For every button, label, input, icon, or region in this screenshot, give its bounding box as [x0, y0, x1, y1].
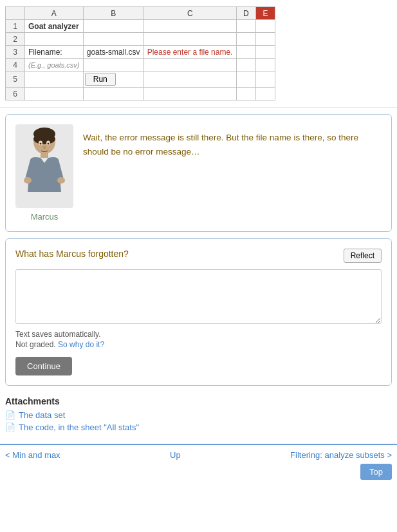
character-image	[15, 124, 73, 208]
cell-b1	[83, 20, 143, 33]
col-header-a: A	[25, 7, 84, 20]
bottom-nav: < Min and max Up Filtering: analyze subs…	[0, 444, 397, 460]
col-header-row	[6, 7, 25, 20]
cell-e2	[255, 33, 275, 46]
cell-a6	[25, 88, 84, 100]
speech-bubble: Wait, the error message is still there. …	[83, 124, 382, 158]
cell-a3: Filename:	[25, 46, 84, 59]
run-button[interactable]: Run	[85, 73, 116, 86]
table-row: 5 Run	[6, 71, 275, 88]
character-name: Marcus	[31, 212, 59, 222]
svg-point-3	[33, 134, 55, 144]
character-figure: Marcus	[15, 124, 73, 222]
table-row: 6	[6, 88, 275, 100]
question-section: What has Marcus forgotten? Reflect Text …	[5, 238, 392, 386]
cell-d2	[236, 33, 255, 46]
nav-up[interactable]: Up	[170, 450, 181, 460]
col-header-b: B	[83, 7, 143, 20]
cell-d3	[236, 46, 255, 59]
why-do-it-link[interactable]: So why do it?	[58, 340, 104, 349]
svg-rect-1	[41, 153, 48, 158]
row-num: 2	[6, 33, 25, 46]
cell-c6	[143, 88, 236, 100]
cell-e6	[255, 88, 275, 100]
cell-c5	[143, 71, 236, 88]
row-num: 4	[6, 59, 25, 71]
next-link[interactable]: Filtering: analyze subsets >	[290, 450, 392, 460]
row-num: 6	[6, 88, 25, 100]
character-section: Marcus Wait, the error message is still …	[5, 114, 392, 232]
continue-button[interactable]: Continue	[15, 357, 72, 375]
autosave-note: Text saves automatically.	[15, 330, 382, 339]
table-row: 3 Filename: goats-small.csv Please enter…	[6, 46, 275, 59]
spreadsheet-section: A B C D E 1 Goat analyzer 2	[0, 0, 397, 108]
col-header-d: D	[236, 7, 255, 20]
up-link[interactable]: Up	[170, 450, 181, 460]
svg-point-8	[40, 143, 42, 145]
cell-e4	[255, 59, 275, 71]
nav-next[interactable]: Filtering: analyze subsets >	[290, 450, 392, 460]
cell-c3: Please enter a file name.	[143, 46, 236, 59]
cell-d6	[236, 88, 255, 100]
prev-link[interactable]: < Min and max	[5, 450, 60, 460]
nav-prev[interactable]: < Min and max	[5, 450, 60, 460]
cell-d5	[236, 71, 255, 88]
col-header-e: E	[255, 7, 275, 20]
list-item: 📄 The data set	[5, 410, 392, 420]
attachments-title: Attachments	[5, 396, 392, 406]
question-text: What has Marcus forgotten?	[15, 249, 129, 259]
svg-point-4	[24, 177, 32, 184]
top-btn-container: Top	[0, 464, 397, 480]
table-row: 2	[6, 33, 275, 46]
cell-e5	[255, 71, 275, 88]
character-svg	[19, 128, 70, 205]
not-graded-text: Not graded.	[15, 340, 56, 349]
cell-d1	[236, 20, 255, 33]
doc-icon: 📄	[5, 423, 15, 432]
list-item: 📄 The code, in the sheet "All stats"	[5, 423, 392, 432]
table-row: 1 Goat analyzer	[6, 20, 275, 33]
cell-b6	[83, 88, 143, 100]
cell-b5[interactable]: Run	[83, 71, 143, 88]
cell-a2	[25, 33, 84, 46]
top-button[interactable]: Top	[360, 464, 392, 480]
cell-b2	[83, 33, 143, 46]
table-row: 4 (E.g., goats.csv)	[6, 59, 275, 71]
cell-d4	[236, 59, 255, 71]
cell-e1	[255, 20, 275, 33]
question-header: What has Marcus forgotten? Reflect	[15, 249, 382, 263]
row-num: 1	[6, 20, 25, 33]
reflect-button[interactable]: Reflect	[344, 249, 382, 263]
attachment-link-dataset[interactable]: The data set	[19, 410, 65, 420]
row-num: 5	[6, 71, 25, 88]
attachment-link-code[interactable]: The code, in the sheet "All stats"	[19, 423, 139, 432]
cell-a1: Goat analyzer	[25, 20, 84, 33]
cell-c4	[143, 59, 236, 71]
svg-point-10	[43, 146, 46, 149]
cell-c2	[143, 33, 236, 46]
graded-note: Not graded. So why do it?	[15, 340, 382, 349]
svg-point-5	[57, 177, 65, 184]
spreadsheet-table: A B C D E 1 Goat analyzer 2	[5, 6, 275, 100]
cell-a4: (E.g., goats.csv)	[25, 59, 84, 71]
svg-point-9	[48, 143, 50, 145]
cell-e3	[255, 46, 275, 59]
answer-textarea[interactable]	[15, 269, 382, 324]
cell-a5	[25, 71, 84, 88]
cell-b3: goats-small.csv	[83, 46, 143, 59]
attachments-section: Attachments 📄 The data set 📄 The code, i…	[5, 394, 392, 432]
cell-b4	[83, 59, 143, 71]
doc-icon: 📄	[5, 410, 15, 420]
row-num: 3	[6, 46, 25, 59]
cell-c1	[143, 20, 236, 33]
col-header-c: C	[143, 7, 236, 20]
